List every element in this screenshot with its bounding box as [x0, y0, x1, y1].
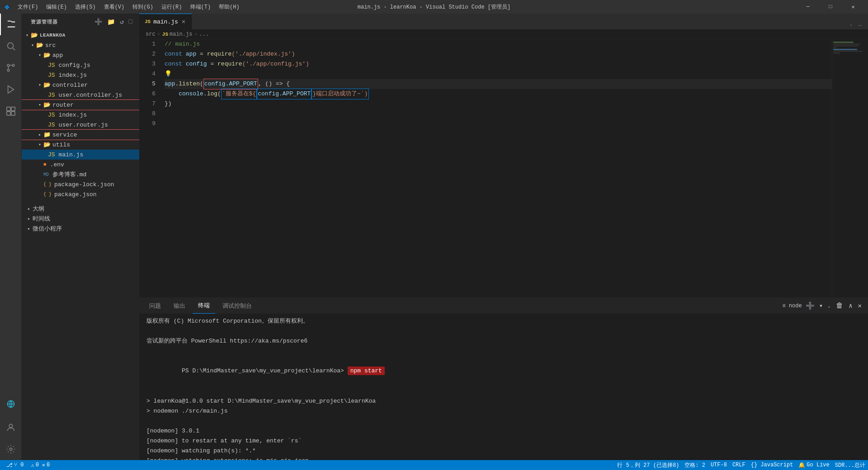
menu-view[interactable]: 查看(V)	[100, 2, 128, 12]
language-status[interactable]: {} JavaScript	[748, 460, 796, 470]
misc-status[interactable]: SDR...总计	[832, 460, 868, 470]
menu-file[interactable]: 文件(F)	[14, 2, 42, 12]
go-live-label: Go Live	[807, 462, 829, 468]
sidebar-title: 资源管理器	[31, 19, 58, 25]
minimize-button[interactable]: ―	[797, 0, 818, 14]
go-live-status[interactable]: 🔔 Go Live	[796, 460, 832, 470]
run-activity-icon[interactable]	[0, 79, 22, 100]
line-ending-status[interactable]: CRLF	[730, 460, 748, 470]
source-control-activity-icon[interactable]	[0, 57, 22, 79]
terminal-content[interactable]: 版权所有 (C) Microsoft Corporation。保留所有权利。 尝…	[139, 314, 868, 460]
errors-count: 0	[47, 462, 50, 468]
tree-label-config-js: config.js	[59, 62, 90, 69]
close-button[interactable]: ✕	[843, 0, 863, 14]
new-file-icon[interactable]: ➕	[94, 17, 104, 27]
status-bar-left: ⎇ ⑂ 0 ⚠ 0 ⨯ 0	[0, 460, 56, 470]
split-terminal-icon[interactable]: ⸼	[826, 302, 832, 310]
tree-item-utils[interactable]: ▾ 📂 utils	[22, 140, 139, 150]
more-icon[interactable]: …	[856, 19, 863, 29]
terminal-dropdown-icon[interactable]: ▾	[818, 302, 824, 310]
explorer-activity-icon[interactable]	[0, 14, 22, 35]
encoding-status[interactable]: UTF-8	[708, 460, 730, 470]
code-line-5: app.listen(config.APP_PORT, () => {	[165, 79, 832, 89]
tree-item-controller[interactable]: ▾ 📂 controller	[22, 80, 139, 90]
tree-item-wechat-mini[interactable]: ▸ 微信小程序	[22, 224, 139, 234]
breadcrumb-more[interactable]: ...	[199, 31, 209, 38]
tree-root-learnkoa[interactable]: ▾ 📂 LEARNKOA	[22, 30, 139, 40]
maximize-button[interactable]: □	[820, 0, 841, 14]
tree-item-ref-md[interactable]: ▸ MD 参考博客.md	[22, 169, 139, 179]
kill-terminal-icon[interactable]: 🗑	[834, 301, 845, 310]
tree-item-index-js-app[interactable]: JS index.js	[22, 70, 139, 80]
maximize-panel-icon[interactable]: ∧	[847, 302, 854, 310]
breadcrumb-js-icon: JS	[162, 32, 168, 37]
refresh-icon[interactable]: ↺	[119, 17, 125, 27]
terminal-line-nodemon-version: [nodemon] 3.0.1	[146, 426, 861, 436]
code-token: ('./app/config.js')	[242, 59, 309, 69]
tab-debug-console[interactable]: 调试控制台	[217, 298, 257, 314]
svg-point-3	[12, 64, 14, 66]
code-editor: 1 2 3 4 5 6 7 8 9 // main.js const app =…	[139, 39, 868, 297]
code-content[interactable]: // main.js const app = require('./app/in…	[161, 39, 832, 297]
menu-run[interactable]: 运行(R)	[158, 2, 186, 12]
split-editor-icon[interactable]: ⸼	[848, 19, 854, 29]
status-git[interactable]: ⎇ ⑂ 0	[4, 460, 26, 470]
menu-edit[interactable]: 编辑(E)	[42, 2, 71, 12]
title-bar: ❖ 文件(F) 编辑(E) 选择(S) 查看(V) 转到(G) 运行(R) 终端…	[0, 0, 868, 14]
menu-goto[interactable]: 转到(G)	[129, 2, 157, 12]
tree-item-user-controller[interactable]: JS user.controller.js	[22, 90, 139, 100]
menu-select[interactable]: 选择(S)	[71, 2, 99, 12]
tree-arrow-service: ▸	[36, 132, 43, 137]
folder-src-icon: 📂	[36, 42, 43, 49]
tab-main-js[interactable]: JS main.js ✕	[139, 14, 192, 29]
tree-label-timeline: 时间线	[33, 215, 50, 223]
add-terminal-icon[interactable]: ➕	[804, 301, 816, 310]
remote-activity-icon[interactable]	[0, 393, 22, 415]
line-num-8: 8	[139, 109, 156, 119]
cursor-position-status[interactable]: 行 5，列 27 (已选择8)	[614, 460, 682, 470]
search-activity-icon[interactable]	[0, 35, 22, 57]
tree-item-router[interactable]: ▾ 📂 router	[22, 100, 139, 110]
menu-terminal[interactable]: 终端(T)	[187, 2, 215, 12]
tree-item-index-js-router[interactable]: JS index.js	[22, 110, 139, 120]
code-token: app	[186, 49, 196, 59]
indent-status[interactable]: 空格: 2	[682, 460, 708, 470]
tab-close-main-js[interactable]: ✕	[181, 18, 186, 25]
tab-terminal[interactable]: 终端	[193, 298, 215, 314]
code-token: config	[186, 59, 207, 69]
account-activity-icon[interactable]	[0, 417, 22, 438]
tree-item-app[interactable]: ▾ 📂 app	[22, 50, 139, 60]
tab-js-icon: JS	[145, 19, 151, 24]
code-token-box: `服务器在${	[221, 89, 257, 99]
collapse-icon[interactable]: □	[128, 17, 134, 27]
tree-item-service[interactable]: ▸ 📁 service	[22, 130, 139, 140]
tree-item-src[interactable]: ▾ 📂 src	[22, 40, 139, 50]
tab-bar-right-icons: ⸼ …	[848, 19, 868, 29]
tab-output[interactable]: 输出	[168, 298, 191, 314]
breadcrumb-src[interactable]: src	[146, 31, 156, 38]
tree-item-outline-daguan[interactable]: ▸ 大纲	[22, 204, 139, 214]
extensions-activity-icon[interactable]	[0, 100, 22, 122]
line-num-6: 6	[139, 89, 156, 99]
tree-item-user-router[interactable]: JS user.router.js	[22, 120, 139, 130]
breadcrumb-file[interactable]: main.js	[170, 31, 192, 38]
terminal-line-nodemon-ext: [nodemon] watching extensions: js,mjs,cj…	[146, 456, 861, 460]
tab-problems[interactable]: 问题	[144, 298, 166, 314]
tree-item-config-js[interactable]: JS config.js	[22, 60, 139, 70]
code-line-8	[165, 109, 832, 119]
tree-item-env[interactable]: ▸ ■ .env	[22, 160, 139, 169]
tree-item-timeline[interactable]: ▸ 时间线	[22, 214, 139, 224]
settings-activity-icon[interactable]	[0, 438, 22, 460]
tree-label-package-lock: package-lock.json	[54, 181, 114, 188]
tree-item-package-lock[interactable]: ▸ { } package-lock.json	[22, 179, 139, 189]
status-problems[interactable]: ⚠ 0 ⨯ 0	[28, 460, 52, 470]
tree-item-main-js[interactable]: JS main.js	[22, 150, 139, 160]
code-token: const	[165, 49, 186, 59]
terminal-npm-start-highlight: npm start	[348, 367, 385, 375]
code-token: log	[207, 89, 217, 99]
menu-help[interactable]: 帮助(H)	[215, 2, 243, 12]
tree-label-wechat-mini: 微信小程序	[33, 225, 62, 233]
tree-item-package-json[interactable]: ▸ { } package.json	[22, 189, 139, 199]
new-folder-icon[interactable]: 📁	[106, 17, 116, 27]
close-panel-icon[interactable]: ✕	[856, 302, 863, 310]
